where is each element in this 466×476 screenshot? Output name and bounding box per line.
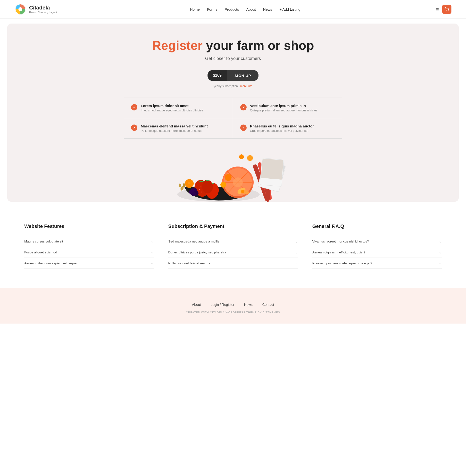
hero-text-area: Register your farm or shop Get closer to… [12, 38, 454, 88]
svg-point-31 [220, 182, 226, 188]
footer-link-news[interactable]: News [244, 303, 253, 307]
hamburger-button[interactable]: ≡ [436, 7, 439, 12]
logo-title: Citadela [29, 5, 57, 11]
faq-chevron-1-3: ⌄ [151, 261, 154, 265]
footer: About Login / Register News Contact Crea… [0, 288, 466, 324]
header: Citadela Farms Directory Layout Home For… [0, 0, 466, 19]
footer-link-about[interactable]: About [192, 303, 201, 307]
hero-info-text: yearly subscription | more info [214, 84, 252, 88]
faq-col-2: Subscription & Payment Sed malesuada nec… [168, 223, 298, 269]
faq-label-1-2: Fusce aliquet euismod [24, 251, 57, 254]
svg-point-43 [247, 155, 253, 161]
faq-label-2-3: Nulla tincidunt felis et mauris [168, 261, 210, 265]
nav-about[interactable]: About [246, 7, 256, 12]
faq-label-3-3: Praesent posuere scelerisque urna eget? [312, 261, 372, 265]
feature-text-2: Vestibulum ante ipsum primis in Quisque … [250, 104, 317, 112]
nav-icons: ≡ [436, 5, 451, 14]
check-icon-2 [240, 104, 247, 110]
hero-cta-button: $169 SIGN UP [208, 70, 258, 81]
hero-cta-area: $169 SIGN UP yearly subscription | more … [12, 70, 454, 88]
svg-point-29 [188, 182, 190, 184]
faq-col-1: Website Features Mauris cursus vulputate… [24, 223, 154, 269]
svg-point-33 [183, 183, 185, 187]
faq-label-2-1: Sed malesuada nec augue a mollis [168, 240, 219, 243]
hero-section: Register your farm or shop Get closer to… [7, 23, 459, 202]
faq-chevron-3-1: ⌄ [439, 239, 442, 243]
logo-text: Citadela Farms Directory Layout [29, 5, 57, 14]
faq-item-1-2[interactable]: Fusce aliquet euismod ⌄ [24, 247, 154, 258]
faq-item-1-1[interactable]: Mauris cursus vulputate sit ⌄ [24, 236, 154, 247]
check-icon-1 [131, 104, 137, 110]
cta-price: $169 [208, 70, 227, 81]
logo-subtitle: Farms Directory Layout [29, 11, 57, 14]
faq-item-3-1[interactable]: Vivamus laoreet rhoncus nisl id luctus? … [312, 236, 442, 247]
cart-icon [445, 7, 449, 12]
faq-section: Website Features Mauris cursus vulputate… [0, 207, 466, 288]
fruit-illustration [12, 148, 454, 202]
faq-item-3-3[interactable]: Praesent posuere scelerisque urna eget? … [312, 258, 442, 269]
more-info-link[interactable]: more info [240, 84, 252, 88]
faq-chevron-2-1: ⌄ [295, 239, 298, 243]
faq-item-3-2[interactable]: Aenean dignissim efficitur est, quis ? ⌄ [312, 247, 442, 258]
faq-col-3: General F.A.Q Vivamus laoreet rhoncus ni… [312, 223, 442, 269]
svg-point-1 [18, 7, 22, 11]
nav-news[interactable]: News [263, 7, 272, 12]
faq-label-1-1: Mauris cursus vulputate sit [24, 240, 63, 243]
faq-label-1-3: Aenean bibendum sapien vel neque [24, 261, 76, 265]
faq-chevron-2-3: ⌄ [295, 261, 298, 265]
features-row: Lorem ipsum dolor sit amet In euismod au… [124, 98, 342, 139]
nav-forms[interactable]: Forms [207, 7, 218, 12]
faq-item-1-3[interactable]: Aenean bibendum sapien vel neque ⌄ [24, 258, 154, 269]
faq-chevron-3-3: ⌄ [439, 261, 442, 265]
nav-home[interactable]: Home [190, 7, 200, 12]
svg-point-37 [241, 190, 245, 193]
svg-point-15 [191, 192, 196, 196]
svg-rect-41 [261, 159, 283, 180]
check-icon-4 [240, 125, 247, 131]
faq-item-2-3[interactable]: Nulla tincidunt felis et mauris ⌄ [168, 258, 298, 269]
faq-label-3-2: Aenean dignissim efficitur est, quis ? [312, 251, 365, 254]
feature-text-4: Phasellus eu felis quis magna auctor Cra… [250, 124, 314, 133]
feature-text-1: Lorem ipsum dolor sit amet In euismod au… [141, 104, 203, 112]
faq-chevron-3-2: ⌄ [439, 250, 442, 254]
nav-products[interactable]: Products [224, 7, 239, 12]
faq-item-2-2[interactable]: Donec ultrices purus justo, nec pharetra… [168, 247, 298, 258]
faq-chevron-2-2: ⌄ [295, 250, 298, 254]
svg-point-8 [201, 186, 201, 187]
svg-point-3 [448, 11, 449, 11]
cart-button[interactable] [442, 5, 451, 14]
svg-point-44 [239, 154, 244, 159]
faq-label-3-1: Vivamus laoreet rhoncus nisl id luctus? [312, 240, 369, 243]
svg-point-9 [203, 189, 203, 190]
footer-link-contact[interactable]: Contact [262, 303, 274, 307]
faq-chevron-1-1: ⌄ [151, 239, 154, 243]
svg-point-22 [233, 177, 243, 187]
hero-title-accent: Register [152, 38, 202, 52]
feature-item-1: Lorem ipsum dolor sit amet In euismod au… [124, 98, 233, 118]
feature-item-4: Phasellus eu felis quis magna auctor Cra… [233, 118, 342, 139]
faq-item-2-1[interactable]: Sed malesuada nec augue a mollis ⌄ [168, 236, 298, 247]
hero-title-rest: your farm or shop [202, 38, 314, 52]
feature-item-3: Maecenas eleifend massa vel tincidunt Pe… [124, 118, 233, 139]
hero-subtitle: Get closer to your customers [12, 56, 454, 61]
feature-text-3: Maecenas eleifend massa vel tincidunt Pe… [141, 124, 208, 133]
nav-add-listing[interactable]: + Add Listing [279, 7, 300, 12]
footer-nav: About Login / Register News Contact [5, 303, 461, 307]
fruit-svg [170, 146, 296, 202]
check-icon-3 [131, 125, 137, 131]
faq-grid: Website Features Mauris cursus vulputate… [24, 223, 442, 269]
cta-signup-button[interactable]: SIGN UP [227, 70, 258, 81]
svg-point-10 [199, 189, 200, 190]
svg-point-11 [201, 192, 202, 193]
faq-chevron-1-2: ⌄ [151, 250, 154, 254]
svg-point-30 [225, 174, 232, 181]
feature-item-2: Vestibulum ante ipsum primis in Quisque … [233, 98, 342, 118]
footer-copy: Created with Citadela WordPress Theme by… [5, 311, 461, 314]
footer-link-login[interactable]: Login / Register [211, 303, 234, 307]
faq-col-1-title: Website Features [24, 223, 154, 229]
logo-icon [15, 3, 26, 15]
hero-title: Register your farm or shop [12, 38, 454, 53]
svg-point-2 [446, 11, 447, 11]
main-nav: Home Forms Products About News + Add Lis… [190, 7, 301, 12]
logo-area: Citadela Farms Directory Layout [15, 3, 57, 15]
